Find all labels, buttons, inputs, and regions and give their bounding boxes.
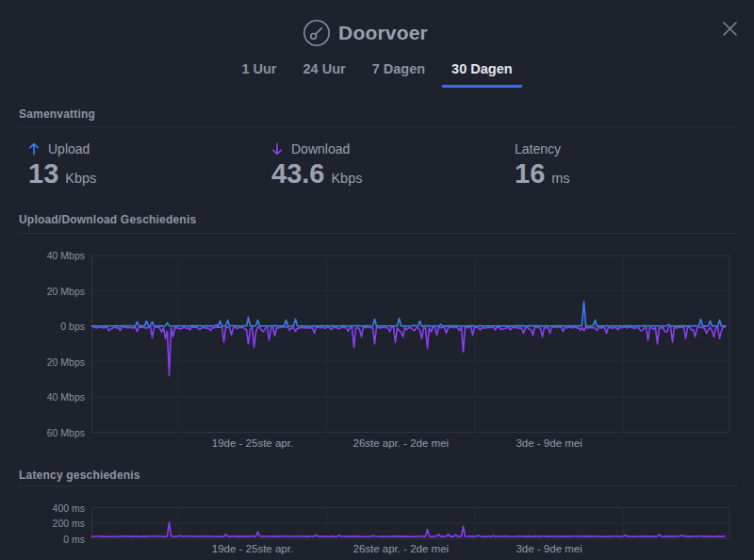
throughput-history-chart: 40 Mbps20 Mbps0 bps20 Mbps40 Mbps60 Mbps… [0,236,754,457]
x-axis-label: 19de - 25ste apr. [212,543,293,554]
y-tick-label: 20 Mbps [47,286,85,297]
arrow-up-icon [28,142,40,156]
doorvoer-modal: Doorvoer 1 Uur24 Uur7 Dagen30 Dagen Same… [0,0,754,560]
gauge-icon [303,19,331,47]
x-axis-label: 26ste apr. - 2de mei [353,437,450,449]
summary-section-title: Samenvatting [19,107,95,121]
stat-value: 16 [515,163,545,184]
throughput-section-title: Upload/Download Geschiedenis [19,213,196,226]
stat-value: 43.6 [271,163,324,184]
y-tick-label: 20 Mbps [47,356,85,368]
latency-section-title: Latency geschiedenis [19,469,140,482]
stat-download: Download43.6Kbps [271,141,363,186]
modal-header: Doorvoer [0,15,754,51]
tab-30-dagen[interactable]: 30 Dagen [442,59,521,88]
stat-latency: Latency16ms [515,141,570,186]
summary-divider [19,126,737,127]
tab-7-dagen[interactable]: 7 Dagen [363,59,434,88]
download-line [92,327,726,376]
stat-unit: Kbps [65,171,96,186]
stat-label: Download [291,141,350,156]
close-button[interactable] [720,19,739,38]
y-tick-label: 40 Mbps [47,250,85,261]
stat-unit: ms [551,171,569,186]
y-tick-label: 200 ms [53,518,85,529]
stat-value: 13 [28,163,58,184]
throughput-divider [19,233,737,234]
y-tick-label: 0 bps [60,321,85,332]
y-tick-label: 400 ms [53,502,85,514]
tab-1-uur[interactable]: 1 Uur [232,59,286,88]
y-tick-label: 40 Mbps [47,391,85,403]
stat-unit: Kbps [331,171,362,186]
stat-label: Latency [515,141,561,156]
stat-label: Upload [48,141,90,156]
y-tick-label: 60 Mbps [47,427,85,438]
modal-title: Doorvoer [338,22,428,44]
upload-line [92,302,726,326]
x-axis-label: 19de - 25ste apr. [212,437,293,449]
x-axis-label: 26ste apr. - 2de mei [353,543,450,554]
y-tick-label: 0 ms [63,534,85,545]
latency-history-chart: 400 ms200 ms0 ms19de - 25ste apr.26ste a… [0,490,754,560]
latency-line [92,522,726,536]
time-range-tabs: 1 Uur24 Uur7 Dagen30 Dagen [0,59,754,88]
x-axis-label: 3de - 9de mei [516,437,582,449]
latency-divider [19,486,737,486]
arrow-down-icon [271,142,283,156]
close-icon [722,21,738,37]
x-axis-label: 3de - 9de mei [516,543,582,554]
tab-24-uur[interactable]: 24 Uur [294,59,355,88]
stat-upload: Upload13Kbps [28,141,96,186]
